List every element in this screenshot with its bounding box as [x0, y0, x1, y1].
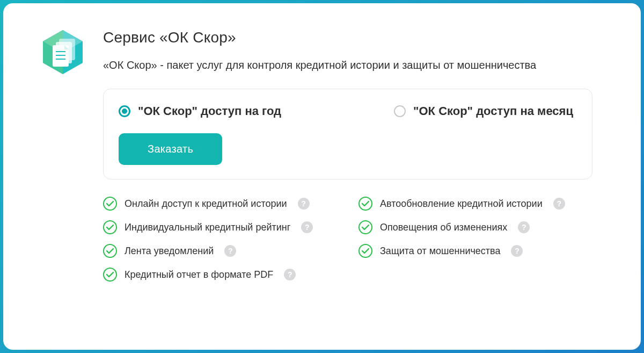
feature-text: Оповещения об изменениях	[380, 222, 507, 233]
check-icon	[103, 197, 117, 211]
content-column: Сервис «ОК Скор» «ОК Скор» - пакет услуг…	[103, 29, 592, 327]
order-button[interactable]: Заказать	[119, 133, 222, 165]
features-grid: Онлайн доступ к кредитной истории ? Авто…	[103, 197, 592, 282]
service-card: Сервис «ОК Скор» «ОК Скор» - пакет услуг…	[3, 3, 641, 350]
feature-text: Индивидуальный кредитный рейтинг	[125, 222, 290, 233]
plan-option-box: "ОК Скор" доступ на год "ОК Скор" доступ…	[103, 89, 592, 179]
feature-item: Оповещения об изменениях ?	[358, 220, 592, 234]
help-icon[interactable]: ?	[553, 198, 565, 210]
feature-item: Автообновление кредитной истории ?	[358, 197, 592, 211]
svg-point-10	[359, 197, 372, 210]
check-icon	[103, 220, 117, 234]
feature-item: Лента уведомлений ?	[103, 244, 337, 258]
svg-point-9	[104, 197, 116, 210]
check-icon	[358, 220, 372, 234]
feature-item: Кредитный отчет в формате PDF ?	[103, 268, 337, 282]
radio-year-label: "ОК Скор" доступ на год	[138, 104, 281, 118]
feature-item: Индивидуальный кредитный рейтинг ?	[103, 220, 337, 234]
check-icon	[358, 197, 372, 211]
svg-point-11	[104, 221, 116, 234]
check-icon	[358, 244, 372, 258]
radio-month[interactable]: "ОК Скор" доступ на месяц	[394, 104, 573, 118]
icon-column	[40, 29, 86, 327]
svg-point-15	[104, 268, 116, 281]
svg-point-14	[359, 244, 372, 257]
svg-point-13	[104, 244, 116, 257]
page-title: Сервис «ОК Скор»	[103, 29, 592, 46]
help-icon[interactable]: ?	[511, 245, 523, 257]
feature-text: Лента уведомлений	[125, 246, 214, 257]
feature-text: Кредитный отчет в формате PDF	[125, 269, 273, 280]
help-icon[interactable]: ?	[224, 245, 236, 257]
feature-item: Онлайн доступ к кредитной истории ?	[103, 197, 337, 211]
check-icon	[103, 244, 117, 258]
help-icon[interactable]: ?	[518, 221, 530, 233]
help-icon[interactable]: ?	[301, 221, 313, 233]
check-icon	[103, 268, 117, 282]
radio-year[interactable]: "ОК Скор" доступ на год	[119, 104, 281, 118]
feature-text: Онлайн доступ к кредитной истории	[125, 198, 287, 210]
help-icon[interactable]: ?	[298, 198, 310, 210]
radio-icon-unselected	[394, 105, 406, 117]
feature-text: Автообновление кредитной истории	[380, 198, 543, 210]
page-subtitle: «ОК Скор» - пакет услуг для контроля кре…	[103, 58, 592, 73]
radio-row: "ОК Скор" доступ на год "ОК Скор" доступ…	[119, 104, 577, 118]
feature-text: Защита от мошенничества	[380, 246, 500, 257]
documents-hexagon-icon	[40, 29, 86, 75]
svg-point-12	[359, 221, 372, 234]
help-icon[interactable]: ?	[284, 269, 296, 280]
feature-item: Защита от мошенничества ?	[358, 244, 592, 258]
radio-month-label: "ОК Скор" доступ на месяц	[413, 104, 573, 118]
radio-icon-selected	[119, 105, 130, 117]
